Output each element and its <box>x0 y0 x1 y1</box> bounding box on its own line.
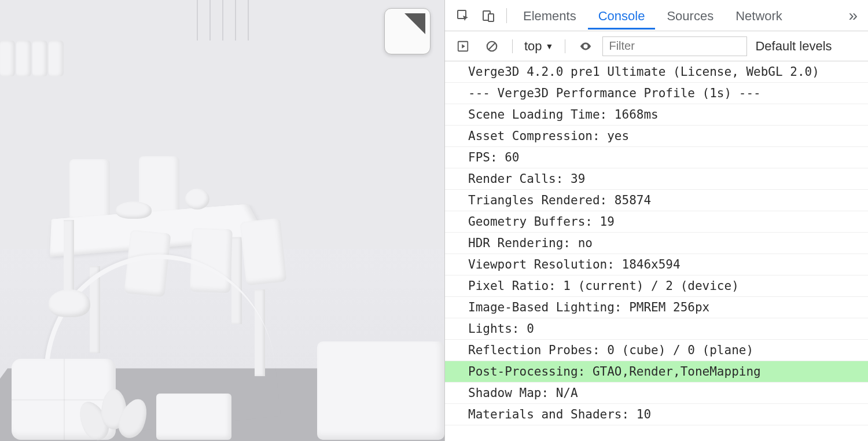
webgl-viewport[interactable] <box>0 0 444 441</box>
console-log-list[interactable]: Verge3D 4.2.0 pre1 Ultimate (License, We… <box>445 61 868 441</box>
table-leg <box>231 237 242 324</box>
viewport-corner-widget[interactable] <box>384 8 431 54</box>
console-log-row[interactable]: Post-Processing: GTAO,Render,ToneMapping <box>445 361 868 383</box>
console-log-row[interactable]: HDR Rendering: no <box>445 233 868 254</box>
svg-point-6 <box>585 45 587 47</box>
console-log-row[interactable]: Scene Loading Time: 1668ms <box>445 104 868 126</box>
console-log-row[interactable]: Viewport Resolution: 1846x594 <box>445 254 868 275</box>
console-log-row[interactable]: Lights: 0 <box>445 318 868 340</box>
play-icon[interactable] <box>454 38 472 55</box>
tab-console[interactable]: Console <box>588 2 656 30</box>
separator <box>512 39 513 53</box>
separator <box>506 8 507 23</box>
log-level-selector[interactable]: Default levels <box>755 39 832 54</box>
tab-network[interactable]: Network <box>725 2 793 30</box>
clear-icon[interactable] <box>483 38 501 55</box>
console-toolbar: top ▼ Default levels <box>445 31 868 61</box>
sofa <box>317 341 444 440</box>
table-leg <box>90 266 100 353</box>
console-log-row[interactable]: Shadow Map: N/A <box>445 383 868 404</box>
tab-sources[interactable]: Sources <box>656 2 724 30</box>
chevron-down-icon: ▼ <box>546 42 554 51</box>
plant <box>81 389 150 441</box>
console-log-row[interactable]: Verge3D 4.2.0 pre1 Ultimate (License, We… <box>445 61 868 83</box>
console-log-row[interactable]: Image-Based Lighting: PMREM 256px <box>445 297 868 318</box>
ottoman <box>156 394 231 440</box>
tabs-overflow-button[interactable]: » <box>844 6 862 25</box>
console-log-row[interactable]: Pixel Ratio: 1 (current) / 2 (device) <box>445 275 868 297</box>
filter-input[interactable] <box>602 36 747 56</box>
console-log-row[interactable]: --- Verge3D Performance Profile (1s) --- <box>445 83 868 104</box>
console-log-row[interactable]: Materials and Shaders: 10 <box>445 404 868 425</box>
chair <box>124 230 171 297</box>
separator <box>565 39 565 53</box>
device-icon[interactable] <box>480 7 497 24</box>
console-log-row[interactable]: Triangles Rendered: 85874 <box>445 190 868 211</box>
context-label: top <box>524 39 542 54</box>
console-log-row[interactable]: Reflection Probes: 0 (cube) / 0 (plane) <box>445 340 868 361</box>
console-log-row[interactable]: Geometry Buffers: 19 <box>445 211 868 233</box>
chair <box>190 228 233 293</box>
teapot <box>185 189 209 210</box>
console-log-row[interactable]: Asset Compression: yes <box>445 126 868 147</box>
tab-elements[interactable]: Elements <box>513 2 587 30</box>
svg-rect-2 <box>488 14 494 21</box>
console-log-row[interactable]: FPS: 60 <box>445 147 868 168</box>
table-leg <box>64 220 74 307</box>
devtools-panel: Elements Console Sources Network » top ▼ <box>444 0 868 441</box>
eye-icon[interactable] <box>577 38 594 55</box>
table-leg <box>255 289 265 376</box>
fruit-bowl <box>116 201 152 219</box>
devtools-tabbar: Elements Console Sources Network » <box>445 0 868 31</box>
chair <box>240 218 286 286</box>
context-selector[interactable]: top ▼ <box>521 39 557 54</box>
inspect-icon[interactable] <box>454 7 472 24</box>
svg-line-5 <box>489 43 495 49</box>
chair <box>69 159 110 223</box>
console-log-row[interactable]: Render Calls: 39 <box>445 168 868 190</box>
